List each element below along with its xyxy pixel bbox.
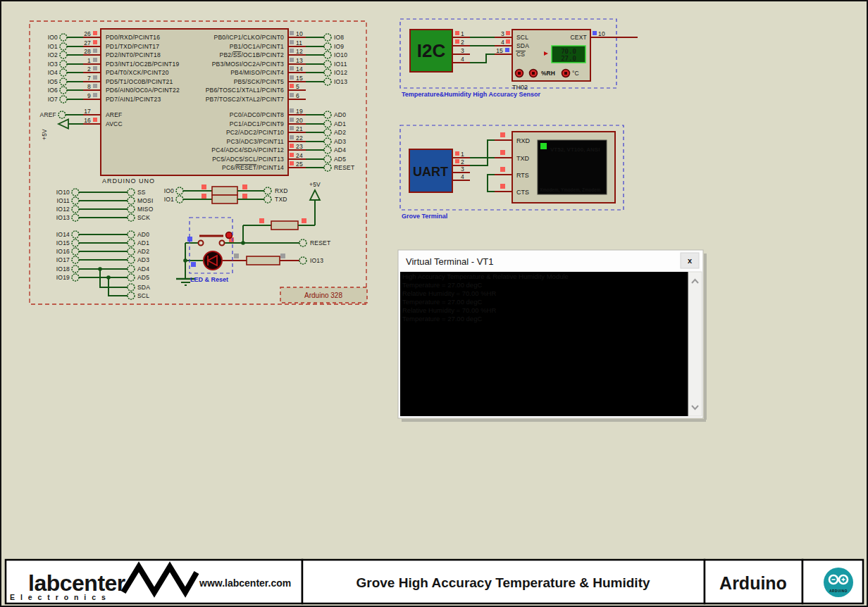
pin-label: RXD xyxy=(516,137,531,144)
terminal-label: IO1 xyxy=(48,43,58,50)
power-label: +5V xyxy=(41,129,48,140)
state-indicator xyxy=(202,194,206,199)
labcenter-sub-text: E l e c t r o n i c s xyxy=(10,593,107,601)
pin-label: PB6/TOSC1/XTAL1/PCINT6 xyxy=(206,87,284,94)
arduino-328-box: Arduino 328 xyxy=(280,287,367,303)
led xyxy=(204,251,222,270)
power-label: +5V xyxy=(309,181,321,188)
terminal-label: AD0 xyxy=(137,231,149,238)
terminal-label: IO13 xyxy=(334,78,347,85)
state-indicator xyxy=(500,167,505,172)
screen-protocols: VT52, VT100, ANSI xyxy=(550,146,600,153)
pin-number: 26 xyxy=(84,30,91,37)
terminal-label: AD0 xyxy=(334,111,346,118)
pin-number: 5 xyxy=(296,83,299,90)
state-indicator xyxy=(290,66,294,70)
state-indicator xyxy=(259,218,264,223)
resistor xyxy=(212,195,237,204)
pin-label: PC5/ADC5/SCL/PCINT13 xyxy=(212,156,284,163)
terminal-label: IO0 xyxy=(48,34,58,41)
state-indicator xyxy=(93,40,97,44)
resistor xyxy=(271,221,298,230)
pin-label: SCL xyxy=(516,34,528,41)
button-actuator[interactable] xyxy=(226,232,232,239)
terminal-line: Relative Humidity = 70.00 %HR xyxy=(402,306,496,314)
terminal-label: IO10 xyxy=(334,51,347,58)
chip-ref: ARDUINO UNO xyxy=(102,177,155,184)
pin-label: PC0/ADC0/PCINT8 xyxy=(230,111,284,118)
terminal-label: MISO xyxy=(137,206,154,213)
state-indicator xyxy=(290,31,294,35)
terminal-line: Relative Humidity = 70.00 %HR xyxy=(402,289,496,297)
arduino-logo-icon: ARDUINO xyxy=(824,568,853,597)
terminal-label: RESET xyxy=(310,239,330,246)
pin-label: PC2/ADC2/PCINT10 xyxy=(226,129,284,136)
terminal-label: RESET xyxy=(334,164,354,171)
pin-number: 1 xyxy=(461,151,464,158)
terminal-label: IO7 xyxy=(48,96,58,103)
terminal-label: AD1 xyxy=(137,239,149,246)
state-indicator xyxy=(455,39,459,44)
screen-status-led xyxy=(540,143,547,149)
scrollbar-track[interactable] xyxy=(688,272,702,416)
section-caption: Temperature&Humidity High Accuracy Senso… xyxy=(402,91,541,98)
state-indicator xyxy=(93,58,97,62)
state-indicator xyxy=(455,31,459,35)
state-indicator xyxy=(302,218,306,223)
state-indicator xyxy=(290,144,294,148)
pin-label: RTS xyxy=(516,172,529,179)
close-icon[interactable]: x xyxy=(688,256,693,265)
state-indicator xyxy=(234,254,239,258)
terminal-label: AREF xyxy=(40,111,56,118)
pin-number: 27 xyxy=(84,39,91,46)
state-indicator xyxy=(500,132,505,137)
state-indicator xyxy=(290,161,294,165)
terminal-label: IO0 xyxy=(164,187,174,194)
pin-number: 2 xyxy=(87,65,91,73)
terminal-label: IO6 xyxy=(48,87,58,94)
terminal-label: IO10 xyxy=(56,189,70,196)
terminal-label: IO16 xyxy=(56,248,70,255)
state-indicator xyxy=(506,31,510,35)
terminal-label: AD5 xyxy=(137,274,149,281)
terminal-label: AD2 xyxy=(334,129,346,136)
pin-label: PB2/SS/OC1B/PCINT2 xyxy=(220,51,285,58)
footer-titleblock: labcenter www.labcenter.com E l e c t r … xyxy=(6,560,863,603)
terminal-label: TXD xyxy=(275,196,287,203)
pin-number: 4 xyxy=(461,173,464,180)
pin-number: 11 xyxy=(296,39,302,46)
state-indicator xyxy=(455,151,459,156)
pin-label: PD7/AIN1/PCINT23 xyxy=(106,96,161,103)
pin-number: 7 xyxy=(87,75,91,82)
pin-number: 15 xyxy=(496,47,503,54)
state-indicator xyxy=(500,184,505,189)
pin-label: PB3/MOSI/OC2A/PCINT3 xyxy=(212,61,284,68)
pin-number: 20 xyxy=(296,117,303,124)
pin-number: 4 xyxy=(461,56,464,63)
window-shadow xyxy=(402,419,706,422)
terminal-line: Temperature = 27.00 degC xyxy=(402,315,482,323)
state-indicator xyxy=(280,254,285,258)
labcenter-logo-text: labcenter xyxy=(28,570,125,596)
state-indicator xyxy=(290,84,294,88)
pin-label: PB1/OC1A/PCINT1 xyxy=(230,43,284,50)
pin-number: 19 xyxy=(296,108,303,115)
terminal-label: IO15 xyxy=(56,239,70,246)
button-glyph xyxy=(532,72,535,75)
state-indicator xyxy=(93,93,97,97)
temperature-unit-label: °C xyxy=(572,70,579,77)
pin-label: PB7/TOSC2/XTAL2/PCINT7 xyxy=(206,96,284,103)
arduino-logo-text: ARDUINO xyxy=(829,589,848,593)
pin-label: PD4/T0/XCK/PCINT20 xyxy=(106,69,169,76)
pin-number: 28 xyxy=(84,48,91,55)
pin-number: 21 xyxy=(296,125,303,132)
terminal-line: Temperature = 27.00 degC xyxy=(402,298,482,306)
state-indicator xyxy=(191,262,196,267)
pin-number: 3 xyxy=(501,30,504,37)
resistor xyxy=(247,256,280,265)
terminal-label: IO14 xyxy=(56,231,70,238)
scrollbar[interactable] xyxy=(688,272,702,416)
button-glyph xyxy=(564,72,567,75)
pin-label: PC4/ADC4/SDA/PCINT12 xyxy=(211,146,284,154)
pin-number: 2 xyxy=(461,158,464,165)
